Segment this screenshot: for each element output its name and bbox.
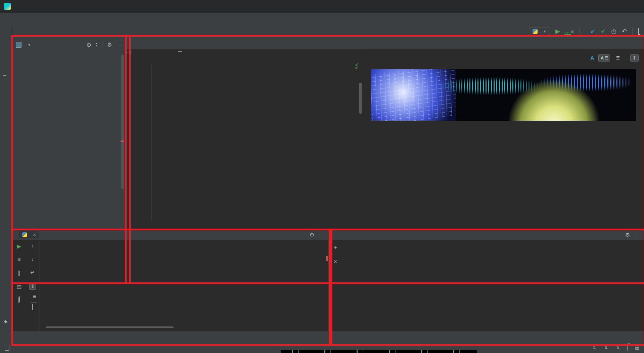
menu-bar [0,13,644,26]
error-stripe-mark [326,256,328,261]
new-session-button[interactable]: + [334,244,337,251]
gutter-divider [151,65,152,222]
close-button[interactable] [627,0,644,13]
python-icon [533,29,538,34]
editor-tabs [126,37,644,49]
search-icon [638,28,639,35]
hide-panel-button[interactable]: — [117,41,123,48]
down-stack-trace-button[interactable]: ↓ [31,256,34,262]
hide-panel-button[interactable]: — [635,232,641,238]
history-button[interactable]: ◷ [611,28,616,34]
view-preview-only-button[interactable] [614,55,622,61]
search-everywhere-button[interactable] [638,29,639,34]
banner-surface-graphic [509,80,599,121]
left-tool-stripe: ★ [0,26,13,331]
settings-gear-icon[interactable]: ⚙ [107,41,112,48]
document-icon [616,56,619,60]
tnt-banner-image [371,69,636,121]
preview-view-switcher: A A ↧ [586,54,639,62]
bottom-tool-stripe [0,331,644,342]
project-panel: ▼ ⊕ ▾▴ ⚙ — [12,37,126,230]
run-button[interactable]: ▶ [555,28,560,34]
run-toolbar: ▶ ■ ∥ ▤ ↑ ↓ ↵ ⇟ [12,240,40,331]
git-commit-button[interactable]: ✔ [601,28,606,34]
project-view-icon [16,42,21,48]
navigation-bar: ▼ ▶ ■ ↙ ✔ ◷ ↶ [0,26,644,37]
markdown-source-pane[interactable]: ✔✔ [126,49,364,230]
chevron-down-icon: ▼ [28,43,31,47]
terminal-panel: ⚙ — + ✕ [330,230,644,331]
clear-console-button[interactable] [32,304,33,310]
markdown-format-toolbar [161,51,182,52]
line-separator-select[interactable]: ⇅ [591,346,596,350]
panel-divider [102,41,102,48]
run-panel: ✕ ⚙ — ▶ ■ ∥ ▤ ↑ ↓ ↵ ⇟ [12,230,328,331]
chevron-updown-icon: ⇅ [616,346,619,350]
lock-icon[interactable] [627,345,628,350]
terminal-toolbar: + ✕ [330,240,341,331]
chevron-updown-icon: ⇅ [604,346,607,350]
rollback-button[interactable]: ↶ [622,28,627,34]
hide-panel-button[interactable]: — [320,232,325,238]
restore-layout-button[interactable]: ▤ [16,283,21,289]
encoding-select[interactable]: ⇅ [603,346,607,350]
editor-area: ▾ ≡ ✔✔ [126,37,644,230]
run-configuration-select[interactable]: ▼ [529,28,550,35]
editor-vertical-scrollbar[interactable] [359,83,362,114]
pin-icon[interactable] [18,297,20,303]
banner-face-graphic [371,69,456,121]
markdown-preview-pane [364,49,644,230]
soft-wrap-button[interactable]: ↵ [30,269,35,276]
screen-reader-icon[interactable] [5,345,9,351]
close-icon[interactable]: ✕ [33,232,36,237]
code-button[interactable] [178,51,182,52]
star-icon[interactable]: ★ [3,319,8,325]
stop-button[interactable]: ■ [571,29,574,34]
collapse-all-button[interactable]: ▾▴ [96,43,97,47]
chevron-down-icon: ▼ [543,30,546,33]
partial-overlay-strip [281,350,477,353]
pycharm-logo-icon [4,3,11,10]
highlighting-level-icon[interactable]: ▦ [635,345,639,351]
scroll-to-end-button[interactable]: ⇟ [29,283,36,290]
console-horizontal-scrollbar[interactable] [46,326,174,328]
locate-file-button[interactable]: ⊕ [86,41,91,48]
run-tab[interactable]: ✕ [19,231,39,238]
document-icon [605,56,608,60]
settings-gear-icon[interactable]: ⚙ [625,232,630,238]
pycharm-window: ▼ ▶ ■ ↙ ✔ ◷ ↶ ★ ▼ ⊕ ▾▴ [0,0,644,353]
maximize-button[interactable] [610,0,627,13]
toolbar-divider [579,28,580,35]
error-stripe-mark [121,141,124,142]
auto-scroll-preview-button[interactable]: ↧ [630,54,639,62]
view-split-button[interactable]: A [598,54,610,62]
view-editor-only-button[interactable]: A [590,55,594,61]
stop-button[interactable]: ■ [17,257,21,263]
project-scrollbar[interactable] [121,54,124,189]
rerun-button[interactable]: ▶ [17,243,21,249]
title-bar [0,0,644,13]
git-update-button[interactable]: ↙ [590,28,595,34]
minimize-button[interactable] [594,0,610,13]
settings-gear-icon[interactable]: ⚙ [310,232,314,238]
view-divider [626,55,626,61]
close-session-button[interactable]: ✕ [333,259,338,265]
up-stack-trace-button[interactable]: ↑ [31,243,34,249]
chevron-updown-icon: ⇅ [593,346,596,350]
python-icon [22,232,27,237]
git-branch-select[interactable]: ⇅ [615,346,619,350]
pause-button[interactable]: ∥ [18,270,20,276]
toolbar-divider [632,28,633,35]
inspections-ok-icon[interactable]: ✔✔ [355,63,359,69]
